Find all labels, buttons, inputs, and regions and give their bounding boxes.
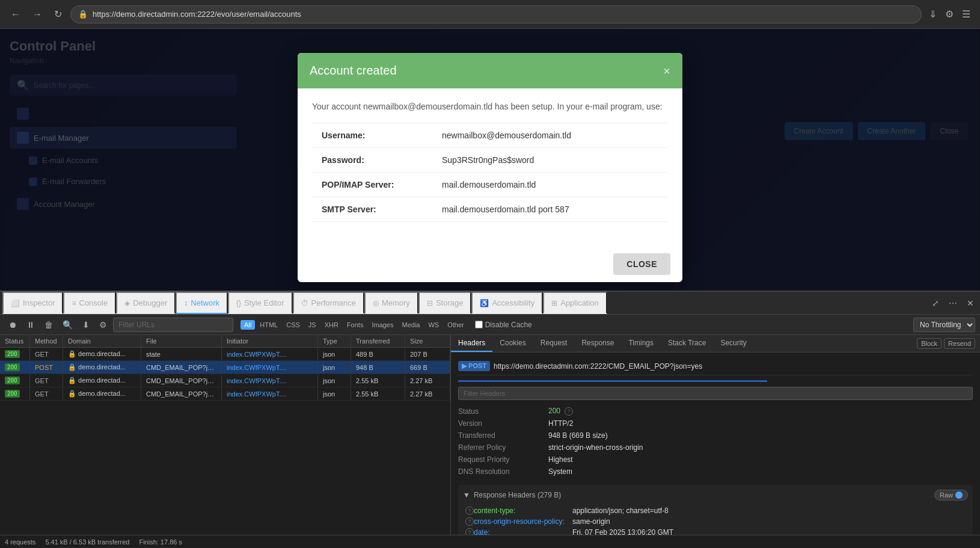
forward-button[interactable]: → — [29, 7, 46, 22]
devtools-tab-debugger[interactable]: ◈ Debugger — [116, 292, 176, 314]
filter-js[interactable]: JS — [305, 320, 320, 330]
devtools-tab-application[interactable]: ⊞ Application — [543, 292, 607, 314]
address-bar[interactable]: 🔒 https://demo.directadmin.com:2222/evo/… — [70, 5, 922, 23]
filter-html[interactable]: HTML — [256, 320, 281, 330]
requests-count: 4 requests — [5, 538, 35, 546]
requests-header: Status Method Domain File Initiator Type… — [0, 335, 450, 348]
table-row[interactable]: 200 GET 🔒 demo.directad... state index.C… — [0, 348, 450, 361]
info-icon[interactable]: ? — [465, 506, 474, 515]
search-network-button[interactable]: 🔍 — [59, 318, 76, 331]
raw-toggle[interactable]: Raw — [934, 490, 968, 500]
initiator-link[interactable]: index.CWfPXWpT.... — [227, 390, 287, 398]
block-button[interactable]: Block — [917, 338, 942, 349]
details-tab-cookies[interactable]: Cookies — [492, 335, 533, 352]
devtools-tab-memory[interactable]: ◎ Memory — [364, 292, 418, 314]
throttling-select[interactable]: No Throttling Fast 3G Slow 3G Offline — [913, 318, 975, 332]
domain-cell: 🔒 demo.directad... — [63, 374, 141, 387]
table-row[interactable]: 200 GET 🔒 demo.directad... CMD_EMAIL_POP… — [0, 374, 450, 387]
disable-cache-checkbox[interactable] — [475, 321, 483, 328]
field-value: Sup3RStr0ngPas$sword — [432, 148, 668, 173]
initiator-link[interactable]: index.CWfPXWpT.... — [227, 364, 287, 371]
pause-button[interactable]: ⏸ — [23, 318, 38, 331]
resend-button[interactable]: Resend — [944, 338, 975, 349]
disable-cache-text: Disable Cache — [485, 321, 532, 329]
info-icon[interactable]: ? — [465, 517, 474, 526]
initiator-link[interactable]: index.CWfPXWpT.... — [227, 377, 287, 384]
devtools-more-button[interactable]: ⋯ — [945, 296, 961, 310]
modal-body: Your account newmailbox@demouserdomain.t… — [298, 88, 682, 246]
method-cell: POST — [30, 362, 63, 374]
details-tab-security[interactable]: Security — [713, 335, 753, 352]
filter-fonts[interactable]: Fonts — [343, 320, 367, 330]
referrer-label: Referrer Policy — [458, 443, 548, 452]
modal-header: Account created × — [298, 53, 682, 88]
domain-cell: 🔒 demo.directad... — [63, 387, 141, 400]
info-icon-status[interactable]: ? — [565, 407, 573, 416]
dns-resolution-row: DNS Resolution System — [458, 466, 973, 478]
details-tab-response[interactable]: Response — [574, 335, 621, 352]
menu-button[interactable]: ☰ — [960, 6, 973, 22]
header-name: cross-origin-resource-policy: — [474, 517, 570, 526]
import-har-button[interactable]: ⬇ — [79, 318, 93, 331]
devtools-tab-style-editor[interactable]: {} Style Editor — [228, 292, 293, 314]
field-value: mail.demouserdomain.tld port 587 — [432, 197, 668, 222]
initiator-link[interactable]: index.CWfPXWpT.... — [227, 351, 287, 358]
devtools-tab-inspector[interactable]: ⬜ Inspector — [2, 292, 63, 314]
response-headers-title[interactable]: ▼ Response Headers (279 B) Raw — [463, 490, 968, 500]
record-button[interactable]: ⏺ — [5, 318, 20, 331]
back-button[interactable]: ← — [7, 7, 24, 22]
devtools-popup-button[interactable]: ⤢ — [928, 296, 943, 310]
download-button[interactable]: ⇓ — [926, 6, 939, 22]
network-icon: ↕ — [184, 299, 188, 307]
header-row: ? cross-origin-resource-policy: same-ori… — [463, 516, 968, 527]
devtools-tab-accessibility[interactable]: ♿ Accessibility — [471, 292, 543, 314]
filter-other[interactable]: Other — [444, 320, 468, 330]
devtools-tab-storage[interactable]: ⊟ Storage — [418, 292, 472, 314]
style-editor-icon: {} — [236, 299, 241, 307]
header-row: ? content-type: application/json; charse… — [463, 505, 968, 516]
clear-button[interactable]: 🗑 — [41, 318, 57, 331]
close-button[interactable]: CLOSE — [613, 253, 670, 275]
tab-style-editor-label: Style Editor — [244, 298, 284, 307]
devtools-status-bar: 4 requests 5.41 kB / 6.53 kB transferred… — [0, 535, 980, 548]
devtools-tab-actions: ⤢ ⋯ ✕ — [928, 296, 978, 310]
filter-urls-input[interactable] — [113, 318, 233, 332]
table-row: POP/IMAP Server: mail.demouserdomain.tld — [312, 173, 668, 197]
domain-cell: 🔒 demo.directad... — [63, 361, 141, 374]
disable-cache-label[interactable]: Disable Cache — [475, 321, 532, 329]
initiator-cell: index.CWfPXWpT.... — [222, 348, 318, 360]
method-cell: GET — [30, 388, 63, 400]
status-cell: 200 — [0, 387, 30, 400]
devtools-tab-performance[interactable]: ⏱ Performance — [293, 292, 364, 314]
col-method: Method — [30, 335, 63, 347]
filter-headers-input[interactable] — [458, 387, 973, 400]
filter-xhr[interactable]: XHR — [321, 320, 342, 330]
devtools-close-button[interactable]: ✕ — [963, 296, 978, 310]
field-value: newmailbox@demouserdomain.tld — [432, 123, 668, 148]
details-tab-request[interactable]: Request — [533, 335, 575, 352]
col-status: Status — [0, 335, 30, 347]
details-content: ▶ POST https://demo.directadmin.com:2222… — [451, 353, 980, 548]
details-tab-headers[interactable]: Headers — [451, 335, 492, 352]
filter-ws[interactable]: WS — [424, 320, 443, 330]
modal-close-x-button[interactable]: × — [663, 65, 670, 77]
devtools-tab-network[interactable]: ↕ Network — [176, 292, 228, 314]
settings-button[interactable]: ⚙ — [96, 318, 111, 331]
filter-media[interactable]: Media — [398, 320, 423, 330]
filter-images[interactable]: Images — [368, 320, 397, 330]
referrer-row: Referrer Policy strict-origin-when-cross… — [458, 442, 973, 454]
details-tab-timings[interactable]: Timings — [621, 335, 661, 352]
filter-css[interactable]: CSS — [283, 320, 304, 330]
extensions-button[interactable]: ⚙ — [943, 6, 956, 22]
transferred-row: Transferred 948 B (669 B size) — [458, 429, 973, 442]
transferred-size: 5.41 kB / 6.53 kB transferred — [45, 538, 129, 546]
main-area: Control Panel Navigation 🔍 E-mail Manage… — [0, 29, 980, 291]
reload-button[interactable]: ↻ — [51, 6, 66, 22]
network-toolbar: ⏺ ⏸ 🗑 🔍 ⬇ ⚙ All HTML CSS JS XHR Fonts Im… — [0, 315, 980, 335]
table-row[interactable]: 200 GET 🔒 demo.directad... CMD_EMAIL_POP… — [0, 387, 450, 401]
version-label: Version — [458, 419, 548, 428]
filter-all[interactable]: All — [240, 320, 255, 330]
details-tab-stack-trace[interactable]: Stack Trace — [661, 335, 713, 352]
table-row[interactable]: 200 POST 🔒 demo.directad... CMD_EMAIL_PO… — [0, 361, 450, 374]
devtools-tab-console[interactable]: ≡ Console — [63, 292, 116, 314]
